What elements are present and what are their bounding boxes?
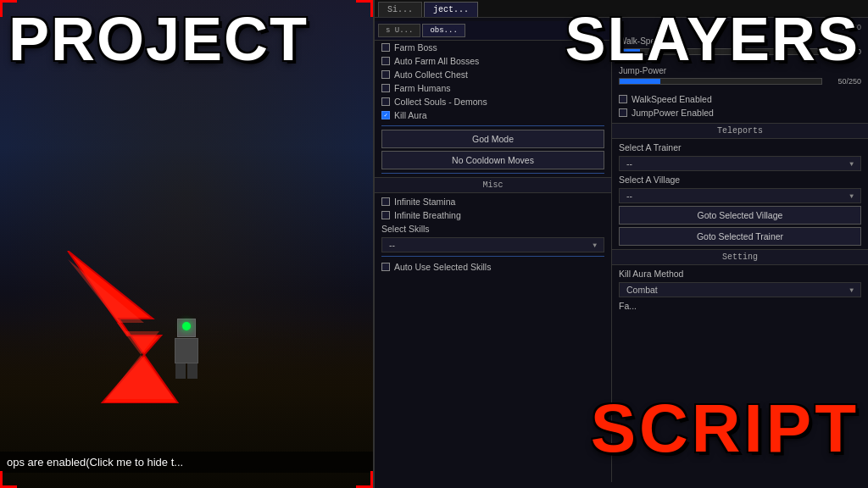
title-script: SCRIPT bbox=[591, 395, 860, 463]
dropdown-combat[interactable]: Combat ▼ bbox=[619, 282, 861, 297]
check-collect-souls[interactable]: Collect Souls - Demons bbox=[375, 95, 611, 108]
divider-3 bbox=[381, 256, 604, 257]
jumppower-bar-fill bbox=[620, 79, 660, 84]
cb-collect-souls[interactable] bbox=[381, 97, 390, 106]
jumppower-value: 50/250 bbox=[827, 77, 861, 86]
btn-no-cooldown[interactable]: No Cooldown Moves bbox=[381, 151, 604, 169]
red-arrow-container bbox=[42, 251, 229, 403]
btn-god-mode[interactable]: God Mode bbox=[381, 130, 604, 148]
dropdown-village[interactable]: -- ▼ bbox=[619, 188, 861, 203]
cb-farm-boss[interactable] bbox=[381, 43, 390, 52]
trainer-label: Select A Trainer bbox=[612, 141, 868, 154]
trainer-value: -- bbox=[626, 158, 846, 169]
btn-goto-village[interactable]: Goto Selected Village bbox=[619, 206, 861, 225]
trainer-dropdown-arrow-icon: ▼ bbox=[849, 160, 854, 168]
panel-left: s U... obs... Farm Boss Auto Farm All Bo… bbox=[375, 18, 612, 482]
tab-ject[interactable]: ject... bbox=[424, 2, 478, 17]
village-value: -- bbox=[626, 191, 846, 201]
svg-marker-1 bbox=[68, 259, 174, 399]
label-collect-souls: Collect Souls - Demons bbox=[394, 97, 487, 107]
jumppower-bar-container: 50/250 bbox=[619, 77, 861, 86]
check-walkspeed-enabled[interactable]: WalkSpeed Enabled bbox=[612, 92, 868, 106]
cb-jumppower[interactable] bbox=[619, 108, 627, 117]
combat-dropdown-arrow-icon: ▼ bbox=[849, 286, 854, 294]
label-auto-collect: Auto Collect Chest bbox=[394, 69, 468, 80]
cb-farm-humans[interactable] bbox=[381, 84, 390, 92]
dropdown-select-skills[interactable]: -- ▼ bbox=[381, 237, 604, 252]
cb-kill-aura[interactable] bbox=[381, 111, 390, 119]
select-skills-label: Select Skills bbox=[375, 222, 611, 236]
select-skills-value: -- bbox=[389, 240, 589, 250]
cb-auto-collect[interactable] bbox=[381, 70, 390, 79]
cb-auto-use-skills[interactable] bbox=[381, 263, 390, 271]
village-label: Select A Village bbox=[612, 173, 868, 186]
bottom-notification[interactable]: ops are enabled(Click me to hide t... bbox=[0, 452, 373, 473]
section-teleports: Teleports bbox=[612, 123, 868, 139]
cb-walkspeed[interactable] bbox=[619, 95, 627, 103]
btn-goto-trainer[interactable]: Goto Selected Trainer bbox=[619, 227, 861, 246]
label-farm-humans: Farm Humans bbox=[394, 83, 451, 93]
jumppower-bar-track bbox=[619, 78, 822, 85]
corner-tr bbox=[356, 0, 373, 17]
kill-aura-method-label: Kill Aura Method bbox=[612, 267, 868, 280]
corner-br bbox=[356, 471, 373, 488]
game-background: ops are enabled(Click me to hide t... bbox=[0, 0, 373, 488]
label-auto-farm-all: Auto Farm All Bosses bbox=[394, 56, 479, 66]
dropdown-trainer[interactable]: -- ▼ bbox=[619, 156, 861, 171]
cb-infinite-breathing[interactable] bbox=[381, 211, 390, 219]
check-infinite-breathing[interactable]: Infinite Breathing bbox=[375, 208, 611, 222]
section-misc: Misc bbox=[375, 177, 611, 193]
check-farm-humans[interactable]: Farm Humans bbox=[375, 81, 611, 95]
title-project: PROJECT bbox=[8, 8, 309, 69]
cb-auto-farm-all[interactable] bbox=[381, 57, 390, 65]
divider-1 bbox=[381, 125, 604, 126]
check-jumppower-enabled[interactable]: JumpPower Enabled bbox=[612, 106, 868, 119]
tab-si[interactable]: Si... bbox=[378, 2, 422, 17]
section-setting: Setting bbox=[612, 249, 868, 265]
combat-value: Combat bbox=[626, 285, 846, 295]
subtab-obs[interactable]: obs... bbox=[422, 24, 465, 37]
farm-label: Fa... bbox=[612, 299, 868, 313]
check-auto-use-skills[interactable]: Auto Use Selected Skills bbox=[375, 260, 611, 274]
label-infinite-breathing: Infinite Breathing bbox=[394, 210, 461, 220]
check-kill-aura[interactable]: Kill Aura bbox=[375, 108, 611, 122]
label-farm-boss: Farm Boss bbox=[394, 42, 437, 53]
label-auto-use-skills: Auto Use Selected Skills bbox=[394, 262, 491, 272]
village-dropdown-arrow-icon: ▼ bbox=[849, 192, 854, 200]
label-walkspeed-enabled: WalkSpeed Enabled bbox=[632, 94, 712, 104]
skills-dropdown-arrow-icon: ▼ bbox=[593, 241, 597, 249]
label-kill-aura: Kill Aura bbox=[394, 110, 427, 120]
divider-2 bbox=[381, 173, 604, 174]
subtab-s-u[interactable]: s U... bbox=[378, 24, 420, 37]
label-infinite-stamina: Infinite Stamina bbox=[394, 197, 455, 207]
title-slayers: SLAYERS bbox=[565, 8, 860, 69]
cb-infinite-stamina[interactable] bbox=[381, 197, 390, 206]
corner-bl bbox=[0, 471, 17, 488]
check-infinite-stamina[interactable]: Infinite Stamina bbox=[375, 195, 611, 208]
label-jumppower-enabled: JumpPower Enabled bbox=[632, 108, 714, 118]
red-arrow-icon bbox=[42, 251, 229, 403]
